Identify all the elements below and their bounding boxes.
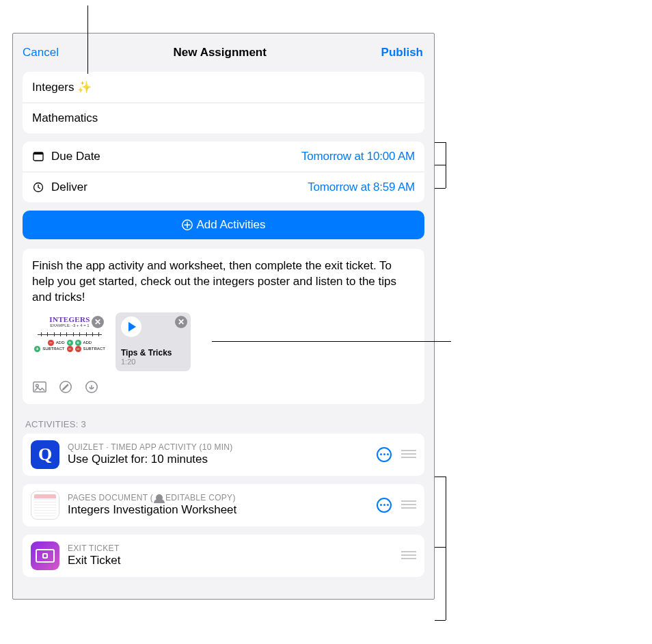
activities-section-label: ACTIVITIES: 3 bbox=[13, 412, 434, 433]
activity-meta: EXIT TICKET bbox=[68, 544, 393, 553]
poster-numberline bbox=[38, 329, 102, 338]
remove-attachment-button[interactable]: ✕ bbox=[175, 316, 187, 328]
drag-handle-icon[interactable] bbox=[401, 500, 416, 510]
publish-button[interactable]: Publish bbox=[381, 46, 423, 59]
subject-value: Mathematics bbox=[32, 111, 415, 125]
due-date-label: Due Date bbox=[51, 150, 301, 163]
remove-attachment-button[interactable]: ✕ bbox=[92, 316, 104, 328]
media-toolbar bbox=[23, 378, 424, 404]
more-button[interactable] bbox=[377, 447, 392, 462]
new-assignment-panel: Cancel New Assignment Publish Integers ✨… bbox=[12, 33, 435, 600]
callout-line bbox=[435, 620, 446, 621]
cancel-button[interactable]: Cancel bbox=[23, 46, 59, 59]
callout-line bbox=[435, 477, 446, 477]
activity-meta: PAGES DOCUMENT ( EDITABLE COPY) bbox=[68, 493, 368, 502]
more-button[interactable] bbox=[377, 498, 392, 513]
pages-doc-icon bbox=[31, 491, 59, 520]
activity-title: Exit Ticket bbox=[68, 554, 393, 567]
svg-point-5 bbox=[36, 384, 39, 387]
callout-line bbox=[435, 142, 446, 143]
subject-field[interactable]: Mathematics bbox=[23, 103, 424, 133]
due-date-row[interactable]: Due Date Tomorrow at 10:00 AM bbox=[23, 142, 424, 172]
drag-handle-icon[interactable] bbox=[401, 450, 416, 459]
activity-meta: QUIZLET · TIMED APP ACTIVITY (10 MIN) bbox=[68, 442, 368, 452]
audio-icon[interactable] bbox=[84, 379, 99, 394]
callout-line bbox=[446, 477, 446, 620]
activity-row-quizlet[interactable]: Q QUIZLET · TIMED APP ACTIVITY (10 MIN) … bbox=[23, 433, 424, 476]
activity-title: Use Quizlet for: 10 minutes bbox=[68, 453, 368, 466]
callout-line bbox=[435, 547, 446, 548]
deliver-value[interactable]: Tomorrow at 8:59 AM bbox=[308, 180, 415, 194]
quizlet-app-icon: Q bbox=[31, 440, 59, 469]
callout-line bbox=[435, 165, 446, 165]
add-activities-button[interactable]: Add Activities bbox=[23, 211, 424, 239]
callout-line bbox=[87, 5, 88, 74]
photo-icon[interactable] bbox=[32, 379, 47, 394]
person-icon bbox=[156, 494, 163, 501]
audio-duration: 1:20 bbox=[121, 358, 185, 366]
deliver-label: Deliver bbox=[51, 180, 308, 194]
clock-icon bbox=[32, 181, 44, 193]
assignment-name-value: Integers ✨ bbox=[32, 80, 415, 94]
nav-bar: Cancel New Assignment Publish bbox=[13, 33, 434, 69]
poster-title: INTEGERS bbox=[49, 315, 90, 323]
exit-ticket-icon bbox=[31, 541, 59, 570]
audio-attachment[interactable]: ✕ Tips & Tricks 1:20 bbox=[116, 312, 191, 371]
audio-name: Tips & Tricks bbox=[121, 348, 185, 358]
activity-row-exitticket[interactable]: EXIT TICKET Exit Ticket bbox=[23, 535, 424, 577]
attachments-row: ✕ INTEGERS EXAMPLE: -3 + 4 = 1 −ADD ++AD… bbox=[23, 312, 424, 378]
name-subject-card: Integers ✨ Mathematics bbox=[23, 72, 424, 133]
activity-title: Integers Investigation Worksheet bbox=[68, 503, 368, 517]
callout-line bbox=[212, 341, 451, 342]
activity-row-pages[interactable]: PAGES DOCUMENT ( EDITABLE COPY) Integers… bbox=[23, 484, 424, 526]
svg-rect-1 bbox=[33, 152, 43, 155]
plus-circle-icon bbox=[181, 219, 193, 231]
assignment-name-field[interactable]: Integers ✨ bbox=[23, 72, 424, 103]
drag-handle-icon[interactable] bbox=[401, 551, 416, 561]
play-icon[interactable] bbox=[121, 317, 141, 337]
add-activities-label: Add Activities bbox=[196, 218, 265, 232]
page-title: New Assignment bbox=[174, 46, 267, 59]
due-date-value[interactable]: Tomorrow at 10:00 AM bbox=[301, 150, 415, 163]
calendar-icon bbox=[32, 150, 44, 163]
draw-icon[interactable] bbox=[58, 379, 73, 394]
deliver-row[interactable]: Deliver Tomorrow at 8:59 AM bbox=[23, 172, 424, 202]
poster-example: EXAMPLE: -3 + 4 = 1 bbox=[50, 323, 89, 327]
poster-attachment[interactable]: ✕ INTEGERS EXAMPLE: -3 + 4 = 1 −ADD ++AD… bbox=[32, 312, 107, 371]
instructions-text[interactable]: Finish the app activity and worksheet, t… bbox=[23, 249, 424, 312]
dates-card: Due Date Tomorrow at 10:00 AM Deliver To… bbox=[23, 142, 424, 202]
instructions-card: Finish the app activity and worksheet, t… bbox=[23, 249, 424, 404]
callout-line bbox=[435, 188, 446, 189]
callout-line bbox=[446, 142, 446, 188]
